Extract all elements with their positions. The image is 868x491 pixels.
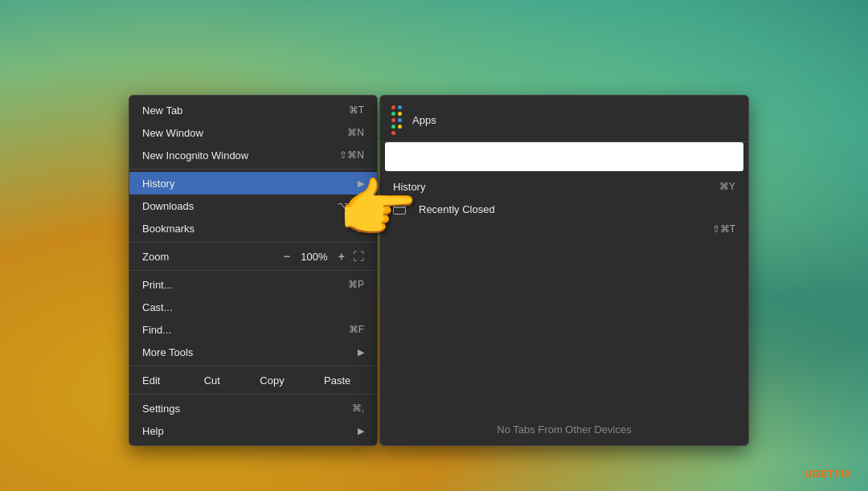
print-label: Print... xyxy=(142,279,348,291)
primary-menu: New Tab ⌘T New Window ⌘N New Incognito W… xyxy=(129,95,378,446)
cast-label: Cast... xyxy=(142,301,364,313)
downloads-label: Downloads xyxy=(142,200,338,212)
menu-item-downloads[interactable]: Downloads ⌥⌘L xyxy=(129,194,377,217)
zoom-fullscreen-button[interactable]: ⛶ xyxy=(353,250,364,263)
divider-3 xyxy=(129,270,377,271)
bookmarks-label: Bookmarks xyxy=(142,223,358,235)
no-tabs-label: No Tabs From Other Devices xyxy=(497,423,631,436)
zoom-row: Zoom − 100% + ⛶ xyxy=(129,245,377,268)
zoom-controls: − 100% + ⛶ xyxy=(284,250,364,263)
divider-4 xyxy=(129,366,377,366)
browser-bar xyxy=(385,142,743,171)
apps-dot-8 xyxy=(398,125,402,129)
edit-row: Edit Cut Copy Paste xyxy=(129,369,377,391)
apps-dot-4 xyxy=(398,112,402,116)
menu-item-help[interactable]: Help ▶ xyxy=(129,419,377,442)
new-tab-label: New Tab xyxy=(142,104,349,117)
new-window-shortcut: ⌘N xyxy=(347,127,364,138)
apps-dot-5 xyxy=(391,118,395,122)
menu-item-settings[interactable]: Settings ⌘, xyxy=(129,397,377,419)
print-shortcut: ⌘P xyxy=(348,279,364,290)
new-tab-shortcut: ⌘T xyxy=(349,104,364,116)
no-tabs-row: No Tabs From Other Devices xyxy=(380,417,748,445)
history-label: History xyxy=(142,178,358,190)
menu-item-history[interactable]: History ▶ xyxy=(129,172,377,194)
find-label: Find... xyxy=(142,324,349,336)
find-shortcut: ⌘F xyxy=(349,324,364,335)
zoom-minus-button[interactable]: − xyxy=(284,250,290,263)
copy-button[interactable]: Copy xyxy=(260,374,284,387)
recently-closed-row[interactable]: Recently Closed xyxy=(380,198,748,220)
recently-closed-label: Recently Closed xyxy=(419,203,495,215)
history-submenu: Apps History ⌘Y Recently Closed ⇧⌘T No T… xyxy=(379,95,749,446)
apps-label: Apps xyxy=(412,114,436,126)
brand-highlight: ET xyxy=(821,468,834,480)
submenu-history[interactable]: History ⌘Y xyxy=(380,174,748,198)
apps-dot-3 xyxy=(391,112,395,116)
menu-item-find[interactable]: Find... ⌘F xyxy=(129,318,377,341)
history-submenu-shortcut: ⌘Y xyxy=(719,181,735,192)
menu-item-print[interactable]: Print... ⌘P xyxy=(129,273,377,296)
menu-item-more-tools[interactable]: More Tools ▶ xyxy=(129,341,377,363)
history-submenu-label: History xyxy=(393,181,719,193)
settings-shortcut: ⌘, xyxy=(352,403,364,414)
downloads-shortcut: ⌥⌘L xyxy=(338,200,364,211)
apps-dot-1 xyxy=(391,105,395,109)
help-arrow: ▶ xyxy=(358,426,364,436)
menu-item-new-incognito[interactable]: New Incognito Window ⇧⌘N xyxy=(129,144,377,166)
menu-item-new-window[interactable]: New Window ⌘N xyxy=(129,121,377,144)
apps-dot-2 xyxy=(398,105,402,109)
brand-prefix: UG xyxy=(805,468,821,480)
branding: UGETFIX xyxy=(805,468,852,480)
zoom-label: Zoom xyxy=(142,251,277,263)
divider-2 xyxy=(129,242,377,243)
menu-item-bookmarks[interactable]: Bookmarks ▶ xyxy=(129,217,377,239)
edit-label: Edit xyxy=(142,374,190,387)
apps-dot-7 xyxy=(391,125,395,129)
help-label: Help xyxy=(142,425,358,437)
window-icon xyxy=(393,204,406,215)
cut-button[interactable]: Cut xyxy=(204,374,220,387)
zoom-plus-button[interactable]: + xyxy=(338,250,345,263)
open-tab-shortcut-text: ⇧⌘T xyxy=(712,223,735,235)
history-arrow: ▶ xyxy=(358,178,364,189)
apps-dot-6 xyxy=(398,118,402,122)
new-incognito-shortcut: ⇧⌘N xyxy=(339,149,364,161)
paste-button[interactable]: Paste xyxy=(324,374,350,387)
brand-suffix: FIX xyxy=(834,468,852,480)
menu-container: New Tab ⌘T New Window ⌘N New Incognito W… xyxy=(129,95,749,446)
divider-5 xyxy=(129,394,377,395)
more-tools-arrow: ▶ xyxy=(358,347,364,358)
edit-actions: Cut Copy Paste xyxy=(190,374,364,387)
open-tab-shortcut: ⇧⌘T xyxy=(380,220,748,238)
new-incognito-label: New Incognito Window xyxy=(142,149,339,162)
new-window-label: New Window xyxy=(142,127,347,139)
menu-item-new-tab[interactable]: New Tab ⌘T xyxy=(129,99,377,121)
zoom-percent: 100% xyxy=(298,251,330,263)
more-tools-label: More Tools xyxy=(142,346,358,358)
bookmarks-arrow: ▶ xyxy=(358,223,364,234)
menu-item-cast[interactable]: Cast... xyxy=(129,296,377,318)
divider-1 xyxy=(129,169,377,170)
apps-bar: Apps xyxy=(380,99,748,142)
apps-grid-icon xyxy=(391,105,406,135)
apps-dot-9 xyxy=(391,131,395,135)
settings-label: Settings xyxy=(142,403,352,415)
